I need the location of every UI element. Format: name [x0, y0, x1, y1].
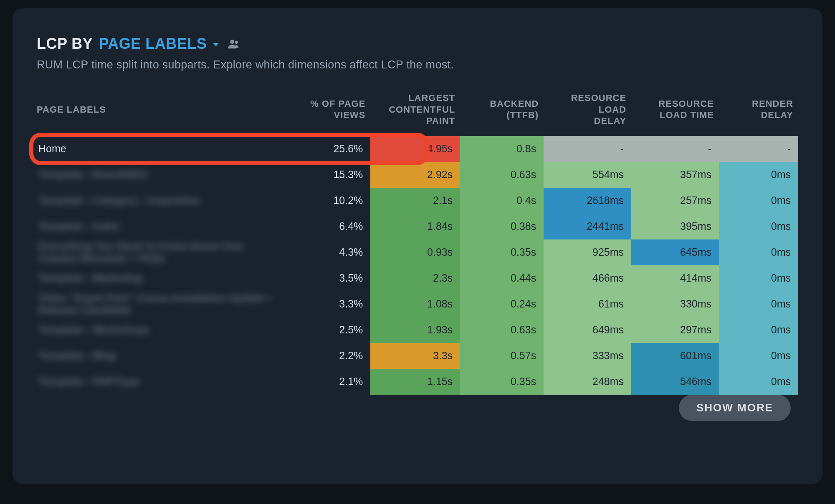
cell-resource-load-delay: 554ms	[544, 162, 631, 188]
lcp-table: PAGE LABELS % OF PAGEVIEWS LARGESTCONTEN…	[37, 88, 798, 421]
cell-lcp: 0.93s	[370, 239, 460, 265]
cell-render-delay: -	[719, 136, 798, 162]
redacted-label: Template › Marketing	[38, 272, 142, 284]
cell-pct-views: 3.3%	[283, 291, 370, 317]
table-row[interactable]: Template › Marketing3.5%2.3s0.44s466ms41…	[37, 265, 798, 291]
dimension-dropdown[interactable]: PAGE LABELS	[99, 35, 219, 53]
cell-pct-views: 25.6%	[283, 136, 370, 162]
table-row[interactable]: Template › PDF/Type2.1%1.15s0.35s248ms54…	[37, 369, 798, 395]
redacted-label: Everything You Need to Know About One-Co…	[38, 240, 275, 265]
table-row[interactable]: Template › Blog2.2%3.3s0.57s333ms601ms0m…	[37, 343, 798, 369]
users-icon[interactable]	[228, 38, 240, 50]
col-header-page-labels[interactable]: PAGE LABELS	[37, 88, 283, 136]
cell-render-delay: 0ms	[719, 265, 798, 291]
cell-lcp: 3.3s	[370, 343, 460, 369]
cell-pct-views: 3.5%	[283, 265, 370, 291]
cell-resource-load-delay: -	[544, 136, 631, 162]
redacted-label: Template › Category › Inspiration	[38, 194, 200, 207]
col-header-lcp[interactable]: LARGESTCONTENTFULPAINT	[370, 88, 460, 136]
redacted-label: Template › Index	[38, 220, 120, 232]
cell-resource-load-time: 645ms	[631, 239, 719, 265]
show-more-button[interactable]: SHOW MORE	[679, 395, 791, 421]
chevron-down-icon	[211, 40, 219, 48]
cell-lcp: 1.84s	[370, 214, 460, 239]
cell-lcp: 2.1s	[370, 188, 460, 214]
cell-page-label: Everything You Need to Know About One-Co…	[37, 239, 283, 265]
cell-backend: 0.44s	[460, 265, 544, 291]
cell-backend: 0.35s	[460, 369, 544, 395]
redacted-label: Template › Brand/SEO	[38, 169, 148, 181]
cell-lcp: 1.15s	[370, 369, 460, 395]
cell-backend: 0.57s	[460, 343, 544, 369]
cell-render-delay: 0ms	[719, 239, 798, 265]
cell-pct-views: 2.5%	[283, 317, 370, 343]
cell-lcp: 2.92s	[370, 162, 460, 188]
cell-render-delay: 0ms	[719, 291, 798, 317]
cell-resource-load-delay: 466ms	[544, 265, 631, 291]
cell-page-label: Template › Workshops	[37, 317, 283, 343]
table-row[interactable]: Template › Brand/SEO15.3%2.92s0.63s554ms…	[37, 162, 798, 188]
cell-resource-load-delay: 333ms	[544, 343, 631, 369]
cell-resource-load-time: 330ms	[631, 291, 719, 317]
svg-point-1	[235, 41, 238, 44]
col-header-pct-views[interactable]: % OF PAGEVIEWS	[283, 88, 370, 136]
table-body: Home25.6%4.95s0.8s---Template › Brand/SE…	[37, 136, 798, 395]
cell-resource-load-time: 297ms	[631, 317, 719, 343]
cell-backend: 0.63s	[460, 162, 544, 188]
cell-resource-load-time: 357ms	[631, 162, 719, 188]
cell-page-label: Template › Index	[37, 214, 283, 239]
panel-title-prefix: LCP BY	[37, 35, 93, 53]
cell-lcp: 1.93s	[370, 317, 460, 343]
cell-page-label: Home	[37, 136, 283, 162]
col-header-backend[interactable]: BACKEND(TTFB)	[460, 88, 544, 136]
col-header-render-delay[interactable]: RENDERDELAY	[719, 88, 798, 136]
cell-lcp: 1.08s	[370, 291, 460, 317]
cell-pct-views: 2.1%	[283, 369, 370, 395]
cell-page-label: Template › Brand/SEO	[37, 162, 283, 188]
cell-resource-load-delay: 2441ms	[544, 214, 631, 239]
cell-backend: 0.24s	[460, 291, 544, 317]
cell-resource-load-time: 414ms	[631, 265, 719, 291]
table-row[interactable]: Video "Super-Fast" Canva Installation Up…	[37, 291, 798, 317]
redacted-label: Template › PDF/Type	[38, 375, 140, 388]
cell-page-label: Video "Super-Fast" Canva Installation Up…	[37, 291, 283, 317]
cell-render-delay: 0ms	[719, 214, 798, 239]
cell-pct-views: 6.4%	[283, 214, 370, 239]
cell-render-delay: 0ms	[719, 188, 798, 214]
cell-render-delay: 0ms	[719, 369, 798, 395]
col-header-resource-load-delay[interactable]: RESOURCELOADDELAY	[544, 88, 631, 136]
cell-resource-load-time: 257ms	[631, 188, 719, 214]
cell-resource-load-time: 546ms	[631, 369, 719, 395]
cell-pct-views: 15.3%	[283, 162, 370, 188]
cell-backend: 0.4s	[460, 188, 544, 214]
cell-page-label: Template › PDF/Type	[37, 369, 283, 395]
svg-point-0	[230, 40, 234, 44]
cell-resource-load-delay: 925ms	[544, 239, 631, 265]
cell-render-delay: 0ms	[719, 343, 798, 369]
table-row[interactable]: Everything You Need to Know About One-Co…	[37, 239, 798, 265]
cell-resource-load-time: -	[631, 136, 719, 162]
table-header: PAGE LABELS % OF PAGEVIEWS LARGESTCONTEN…	[37, 88, 798, 136]
cell-render-delay: 0ms	[719, 317, 798, 343]
cell-render-delay: 0ms	[719, 162, 798, 188]
redacted-label: Template › Blog	[38, 350, 116, 362]
table-row[interactable]: Home25.6%4.95s0.8s---	[37, 136, 798, 162]
cell-pct-views: 10.2%	[283, 188, 370, 214]
cell-lcp: 2.3s	[370, 265, 460, 291]
cell-page-label: Template › Marketing	[37, 265, 283, 291]
cell-backend: 0.8s	[460, 136, 544, 162]
cell-resource-load-delay: 248ms	[544, 369, 631, 395]
cell-resource-load-time: 395ms	[631, 214, 719, 239]
cell-page-label: Template › Blog	[37, 343, 283, 369]
table-row[interactable]: Template › Workshops2.5%1.93s0.63s649ms2…	[37, 317, 798, 343]
cell-pct-views: 4.3%	[283, 239, 370, 265]
cell-resource-load-time: 601ms	[631, 343, 719, 369]
cell-lcp: 4.95s	[370, 136, 460, 162]
cell-pct-views: 2.2%	[283, 343, 370, 369]
cell-page-label: Template › Category › Inspiration	[37, 188, 283, 214]
table-row[interactable]: Template › Category › Inspiration10.2%2.…	[37, 188, 798, 214]
col-header-resource-load-time[interactable]: RESOURCELOAD TIME	[631, 88, 719, 136]
dimension-dropdown-label: PAGE LABELS	[99, 35, 207, 53]
cell-resource-load-delay: 649ms	[544, 317, 631, 343]
table-row[interactable]: Template › Index6.4%1.84s0.38s2441ms395m…	[37, 214, 798, 239]
